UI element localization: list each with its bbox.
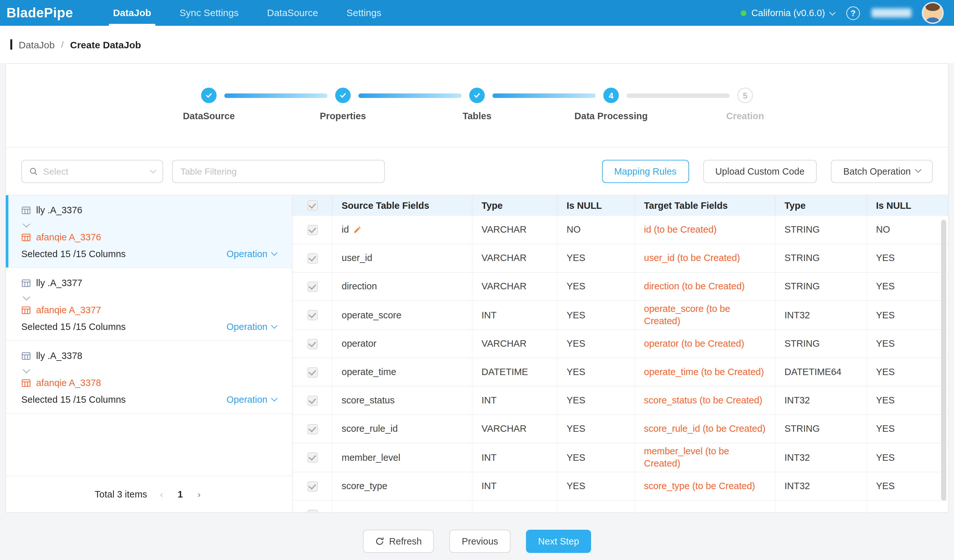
- source-field-nullable: YES: [558, 272, 635, 300]
- fields-table-body: id VARCHAR NO id (to be Created) STRING …: [293, 216, 948, 501]
- target-field-name: user_id (to be Created): [635, 244, 775, 272]
- row-checkbox[interactable]: [307, 253, 318, 263]
- source-field-type: VARCHAR: [472, 415, 558, 443]
- target-field-type: STRING: [775, 415, 867, 443]
- source-field-type: INT: [472, 472, 558, 500]
- nav-item-sync-settings[interactable]: Sync Settings: [165, 0, 253, 26]
- row-checkbox[interactable]: [307, 281, 318, 292]
- chevron-down-icon: [915, 166, 921, 173]
- source-field-nullable: YES: [558, 415, 635, 443]
- mapping-chevron-down-icon: [24, 218, 276, 230]
- source-field-nullable: YES: [558, 330, 635, 358]
- table-row-partial: [293, 501, 948, 512]
- source-field-name: operator: [341, 338, 376, 350]
- source-field-name: operate_score: [341, 309, 401, 321]
- help-icon[interactable]: ?: [846, 6, 860, 20]
- target-field-type: STRING: [775, 244, 867, 272]
- row-checkbox[interactable]: [307, 453, 318, 463]
- mapping-chevron-down-icon: [24, 364, 276, 376]
- status-dot-icon: [740, 10, 746, 16]
- source-field-name: operate_time: [341, 366, 396, 378]
- table-list-panel: lly .A_3376 afanqie A_3376 Selected 15 /…: [6, 195, 293, 512]
- refresh-button[interactable]: Refresh: [363, 529, 434, 552]
- step-label: Creation: [726, 111, 764, 121]
- step-label: Properties: [320, 111, 366, 121]
- target-field-name: id (to be Created): [635, 216, 775, 244]
- table-row: id VARCHAR NO id (to be Created) STRING …: [293, 216, 948, 244]
- table-list-item[interactable]: lly .A_3377 afanqie A_3377 Selected 15 /…: [6, 268, 292, 341]
- source-field-nullable: YES: [558, 244, 635, 272]
- row-checkbox[interactable]: [307, 225, 318, 235]
- target-table-icon: [21, 305, 31, 315]
- target-table-name: afanqie A_3377: [36, 305, 101, 315]
- source-table-name: lly .A_3377: [36, 278, 83, 288]
- step-label: Tables: [463, 111, 491, 121]
- source-table-icon: [21, 278, 31, 288]
- upload-custom-code-button[interactable]: Upload Custom Code: [703, 160, 817, 183]
- source-field-type: VARCHAR: [472, 244, 558, 272]
- batch-operation-button[interactable]: Batch Operation: [831, 160, 933, 183]
- target-field-name: operate_score (to be Created): [635, 301, 775, 329]
- target-table-icon: [21, 232, 31, 242]
- pagination-next-icon[interactable]: ›: [195, 488, 203, 500]
- step-check-icon: [469, 88, 485, 103]
- select-placeholder: Select: [43, 166, 68, 176]
- row-checkbox[interactable]: [307, 424, 318, 434]
- step-progress-bar: [224, 93, 327, 98]
- chevron-down-icon: [150, 167, 156, 173]
- next-step-button[interactable]: Next Step: [526, 529, 591, 552]
- source-field-nullable: YES: [558, 358, 635, 386]
- header-source-type: Type: [472, 195, 558, 216]
- chevron-down-icon: [829, 9, 836, 15]
- header-target-fields: Target Table Fields: [635, 195, 775, 216]
- avatar[interactable]: [923, 3, 942, 23]
- nav-item-datajob[interactable]: DataJob: [99, 0, 165, 26]
- table-select-dropdown[interactable]: Select: [21, 160, 163, 183]
- row-checkbox[interactable]: [307, 509, 318, 512]
- search-icon: [29, 166, 38, 176]
- mapping-rules-button[interactable]: Mapping Rules: [602, 160, 689, 183]
- fields-table-header: Source Table Fields Type Is NULL Target …: [293, 195, 948, 216]
- target-field-nullable: YES: [867, 244, 948, 272]
- wizard-stepper: DataSource Properties Tables 4 Data Proc…: [6, 64, 948, 148]
- source-field-name: score_status: [341, 394, 394, 407]
- operation-label: Operation: [226, 394, 268, 405]
- source-field-type: INT: [472, 301, 558, 329]
- operation-link[interactable]: Operation: [226, 249, 276, 259]
- table-list-item[interactable]: lly .A_3378 afanqie A_3378 Selected 15 /…: [6, 341, 292, 414]
- row-checkbox[interactable]: [307, 367, 318, 377]
- source-field-name: direction: [341, 280, 377, 292]
- pagination-page-1[interactable]: 1: [176, 489, 185, 499]
- edit-field-icon[interactable]: [354, 226, 362, 234]
- breadcrumb-parent[interactable]: DataJob: [19, 39, 55, 50]
- selected-columns-text: Selected 15 /15 Columns: [21, 322, 126, 332]
- source-field-name: member_level: [341, 451, 400, 464]
- source-field-name: score_type: [341, 480, 387, 492]
- row-checkbox[interactable]: [307, 339, 318, 349]
- table-filter-input[interactable]: [172, 160, 385, 183]
- nav-item-settings[interactable]: Settings: [332, 0, 396, 26]
- selected-columns-text: Selected 15 /15 Columns: [21, 394, 126, 405]
- table-scrollbar[interactable]: [941, 220, 946, 501]
- row-checkbox[interactable]: [307, 395, 318, 406]
- previous-button[interactable]: Previous: [450, 529, 511, 552]
- row-checkbox[interactable]: [307, 310, 318, 320]
- pagination-prev-icon[interactable]: ‹: [157, 488, 166, 500]
- step-progress-bar: [359, 93, 461, 98]
- table-list-item[interactable]: lly .A_3376 afanqie A_3376 Selected 15 /…: [6, 195, 292, 268]
- header-source-null: Is NULL: [558, 195, 635, 216]
- table-row: user_id VARCHAR YES user_id (to be Creat…: [293, 244, 948, 272]
- chevron-down-icon: [271, 395, 277, 401]
- operation-link[interactable]: Operation: [226, 322, 276, 332]
- target-field-type: STRING: [775, 330, 867, 358]
- row-checkbox[interactable]: [307, 481, 318, 492]
- operation-link[interactable]: Operation: [226, 394, 276, 405]
- nav-item-datasource[interactable]: DataSource: [253, 0, 332, 26]
- table-row: direction VARCHAR YES direction (to be C…: [293, 272, 948, 301]
- select-all-checkbox[interactable]: [307, 201, 318, 211]
- breadcrumb-marker: [10, 39, 12, 50]
- region-selector[interactable]: California (v0.6.0): [740, 8, 835, 18]
- refresh-icon: [375, 537, 384, 546]
- mapping-chevron-down-icon: [24, 291, 276, 303]
- step-progress-bar: [493, 93, 595, 98]
